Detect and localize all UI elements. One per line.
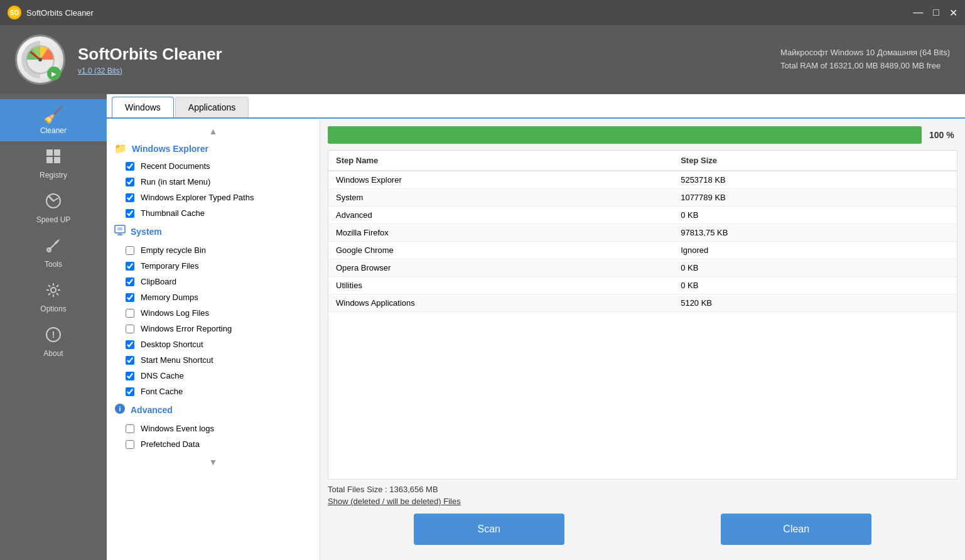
bottom-buttons: Scan Clean [328, 506, 957, 552]
label-start-menu-shortcut: Start Menu Shortcut [141, 355, 213, 365]
minimize-button[interactable]: — [913, 7, 923, 19]
registry-label: Registry [40, 171, 67, 180]
checkbox-dns-cache[interactable] [126, 372, 134, 380]
checkbox-temp-files[interactable] [126, 262, 134, 271]
checkbox-desktop-shortcut[interactable] [126, 340, 134, 349]
sidebar-item-speedup[interactable]: Speed UP [0, 186, 107, 230]
sidebar-item-registry[interactable]: Registry [0, 141, 107, 186]
show-files-link[interactable]: Show (deleted / will be deleted) Files [328, 497, 957, 506]
check-thumbnail-cache[interactable]: Thumbnail Cache [107, 205, 320, 221]
app-icon: ▶ [15, 35, 65, 85]
about-icon: ! [45, 326, 62, 348]
label-explorer-typed-paths: Windows Explorer Typed Paths [141, 193, 254, 202]
check-dns-cache[interactable]: DNS Cache [107, 368, 320, 384]
check-font-cache[interactable]: Font Cache [107, 384, 320, 399]
close-button[interactable]: ✕ [949, 7, 957, 19]
label-memory-dumps: Memory Dumps [141, 293, 198, 302]
result-step-size: 0 KB [673, 277, 902, 294]
check-run-start-menu[interactable]: Run (in start Menu) [107, 174, 320, 190]
checkbox-empty-recycle[interactable] [126, 246, 134, 255]
checkbox-font-cache[interactable] [126, 387, 134, 396]
checkbox-error-reporting[interactable] [126, 325, 134, 333]
checkbox-memory-dumps[interactable] [126, 293, 134, 302]
version-label[interactable]: v1.0 (32 Bits) [78, 67, 222, 75]
svg-text:i: i [119, 405, 121, 412]
checkbox-start-menu-shortcut[interactable] [126, 356, 134, 365]
scroll-down-icon: ▼ [209, 457, 218, 467]
scroll-down-indicator[interactable]: ▼ [107, 455, 320, 470]
result-extra [902, 189, 957, 207]
checkbox-prefetched-data[interactable] [126, 440, 134, 449]
result-step-name: Opera Browser [328, 259, 673, 277]
check-error-reporting[interactable]: Windows Error Reporting [107, 321, 320, 337]
table-row: Opera Browser0 KB [328, 259, 957, 277]
check-recent-documents[interactable]: Recent Documents [107, 158, 320, 174]
check-explorer-typed-paths[interactable]: Windows Explorer Typed Paths [107, 190, 320, 205]
checkbox-clipboard[interactable] [126, 277, 134, 286]
svg-rect-6 [54, 157, 60, 163]
check-desktop-shortcut[interactable]: Desktop Shortcut [107, 337, 320, 352]
app-header: ▶ SoftOrbits Cleaner v1.0 (32 Bits) Майк… [0, 25, 965, 94]
check-empty-recycle[interactable]: Empty recycle Bin [107, 242, 320, 258]
system-info: Майкрософт Windows 10 Домашняя (64 Bits)… [780, 46, 950, 73]
header-text: SoftOrbits Cleaner v1.0 (32 Bits) [78, 45, 222, 75]
label-temp-files: Temporary Files [141, 261, 198, 271]
result-step-name: Windows Explorer [328, 171, 673, 189]
result-step-size: 0 KB [673, 259, 902, 277]
play-button-icon[interactable]: ▶ [47, 67, 61, 80]
results-table: Step Name Step Size Windows Explorer5253… [328, 150, 957, 480]
result-step-size: 97813,75 KB [673, 224, 902, 242]
main-content: Windows Applications ▲ 📁 Windows Explore… [107, 94, 965, 560]
result-extra [902, 277, 957, 294]
scan-button[interactable]: Scan [414, 514, 564, 545]
scroll-up-indicator[interactable]: ▲ [107, 124, 320, 139]
check-windows-event-logs[interactable]: Windows Event logs [107, 421, 320, 436]
checkbox-recent-documents[interactable] [126, 162, 134, 171]
checkbox-windows-event-logs[interactable] [126, 424, 134, 433]
main-layout: 🧹 Cleaner Registry S [0, 94, 965, 560]
label-run-start-menu: Run (in start Menu) [141, 177, 210, 186]
table-row: Utilities0 KB [328, 277, 957, 294]
table-row: Mozilla Firefox97813,75 KB [328, 224, 957, 242]
checkbox-windows-log[interactable] [126, 309, 134, 318]
table-row: Windows Explorer5253718 KB [328, 171, 957, 189]
svg-line-16 [48, 285, 50, 287]
label-windows-event-logs: Windows Event logs [141, 424, 214, 433]
check-clipboard[interactable]: ClipBoard [107, 274, 320, 289]
svg-point-2 [38, 58, 42, 62]
col-step-name: Step Name [328, 151, 673, 171]
label-thumbnail-cache: Thumbnail Cache [141, 208, 205, 218]
progress-container: 100 % [328, 126, 957, 144]
titlebar-app-name: SoftOrbits Cleaner [26, 8, 913, 18]
check-memory-dumps[interactable]: Memory Dumps [107, 289, 320, 305]
sidebar-item-about[interactable]: ! About [0, 320, 107, 364]
tab-applications[interactable]: Applications [175, 97, 249, 117]
window-controls[interactable]: — □ ✕ [913, 7, 957, 19]
advanced-icon: i [114, 403, 126, 417]
checkbox-thumbnail-cache[interactable] [126, 209, 134, 218]
checkbox-run-start-menu[interactable] [126, 178, 134, 186]
check-start-menu-shortcut[interactable]: Start Menu Shortcut [107, 352, 320, 368]
svg-text:!: ! [52, 330, 55, 340]
svg-rect-5 [46, 157, 53, 163]
clean-button[interactable]: Clean [721, 514, 871, 545]
result-extra [902, 294, 957, 312]
tab-windows[interactable]: Windows [112, 97, 174, 117]
titlebar: SO SoftOrbits Cleaner — □ ✕ [0, 0, 965, 25]
sidebar-item-options[interactable]: Options [0, 275, 107, 320]
result-step-size: 0 KB [673, 207, 902, 224]
maximize-button[interactable]: □ [933, 7, 939, 19]
sidebar-item-cleaner[interactable]: 🧹 Cleaner [0, 99, 107, 141]
label-clipboard: ClipBoard [141, 277, 176, 286]
svg-line-8 [49, 197, 53, 201]
svg-rect-23 [117, 227, 122, 230]
sidebar-item-tools[interactable]: Tools [0, 230, 107, 275]
result-step-size: 5120 KB [673, 294, 902, 312]
checkbox-explorer-typed-paths[interactable] [126, 193, 134, 202]
result-extra [902, 242, 957, 259]
result-step-name: Mozilla Firefox [328, 224, 673, 242]
check-windows-log[interactable]: Windows Log Files [107, 305, 320, 321]
check-prefetched-data[interactable]: Prefetched Data [107, 436, 320, 452]
section-system: System [107, 221, 320, 242]
check-temp-files[interactable]: Temporary Files [107, 258, 320, 274]
